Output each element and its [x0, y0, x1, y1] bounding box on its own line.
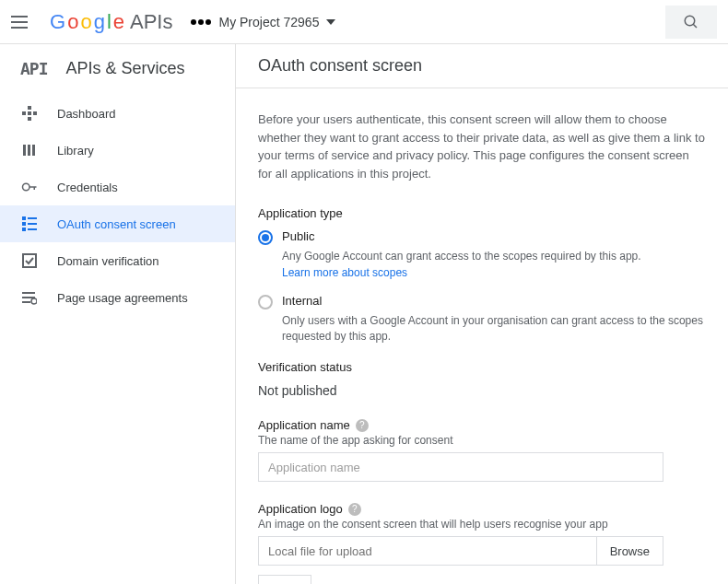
sidebar-item-label: Page usage agreements	[57, 291, 188, 305]
google-apis-logo[interactable]: Google APIs	[50, 10, 172, 34]
application-type-label: Application type	[258, 206, 706, 220]
main-content: OAuth consent screen Before your users a…	[236, 44, 728, 584]
svg-rect-13	[22, 216, 26, 220]
sidebar-item-label: Library	[57, 144, 94, 158]
radio-label: Internal	[282, 294, 322, 308]
verification-status-label: Verification status	[258, 360, 706, 374]
sidebar-item-label: Domain verification	[57, 254, 159, 268]
application-logo-label: Application logo ?	[258, 502, 706, 516]
radio-internal-input[interactable]	[258, 295, 273, 310]
page-title: OAuth consent screen	[258, 56, 422, 76]
svg-point-0	[685, 16, 695, 26]
check-icon	[20, 251, 39, 270]
key-icon	[20, 178, 39, 196]
sidebar-item-oauth-consent[interactable]: OAuth consent screen	[0, 205, 235, 242]
radio-public-input[interactable]	[258, 230, 273, 245]
intro-text: Before your users authenticate, this con…	[258, 111, 706, 182]
project-name: My Project 72965	[218, 15, 319, 29]
svg-line-1	[693, 24, 697, 28]
radio-label: Public	[282, 229, 314, 243]
application-name-label: Application name ?	[258, 418, 706, 432]
svg-rect-6	[28, 117, 31, 121]
svg-rect-15	[22, 222, 26, 226]
svg-rect-18	[28, 228, 37, 230]
svg-rect-14	[28, 217, 37, 219]
verification-status-value: Not published	[258, 383, 706, 398]
svg-rect-3	[22, 111, 26, 115]
field-label-text: Application name	[258, 418, 350, 432]
svg-rect-16	[28, 223, 37, 225]
search-icon	[683, 14, 699, 30]
logo-preview	[258, 575, 311, 584]
svg-rect-9	[32, 145, 35, 156]
sidebar: API APIs & Services Dashboard Library Cr…	[0, 44, 236, 584]
svg-rect-7	[23, 145, 26, 156]
search-button[interactable]	[665, 6, 717, 39]
svg-rect-5	[33, 111, 37, 115]
field-label-text: Application logo	[258, 502, 343, 516]
sidebar-title: APIs & Services	[66, 59, 185, 78]
top-bar: Google APIs My Project 72965	[0, 0, 728, 44]
sidebar-item-label: Dashboard	[57, 107, 116, 121]
svg-rect-2	[28, 106, 31, 110]
help-icon[interactable]: ?	[348, 503, 361, 516]
hamburger-menu-icon[interactable]	[11, 11, 33, 33]
chevron-down-icon	[326, 19, 335, 25]
content-header: OAuth consent screen	[236, 44, 728, 88]
project-picker[interactable]: My Project 72965	[191, 15, 335, 29]
svg-rect-19	[23, 254, 36, 267]
scopes-link[interactable]: Learn more about scopes	[282, 266, 706, 279]
browse-button[interactable]: Browse	[596, 536, 663, 566]
sidebar-item-label: OAuth consent screen	[57, 217, 176, 231]
application-logo-input[interactable]	[258, 536, 596, 566]
svg-rect-17	[22, 228, 26, 231]
svg-rect-4	[28, 111, 31, 115]
radio-public[interactable]: Public	[258, 229, 706, 245]
dashboard-icon	[20, 104, 39, 123]
sidebar-item-library[interactable]: Library	[0, 132, 235, 169]
consent-screen-icon	[20, 215, 39, 233]
project-icon	[191, 19, 211, 25]
svg-point-10	[23, 183, 30, 191]
field-hint: The name of the app asking for consent	[258, 434, 706, 447]
svg-rect-8	[28, 145, 30, 156]
svg-rect-22	[22, 301, 30, 303]
apis-label: APIs	[130, 10, 172, 34]
sidebar-item-dashboard[interactable]: Dashboard	[0, 95, 235, 132]
field-hint: An image on the consent screen that will…	[258, 518, 706, 531]
radio-description: Only users with a Google Account in your…	[282, 313, 706, 345]
application-name-input[interactable]	[258, 452, 663, 482]
sidebar-item-credentials[interactable]: Credentials	[0, 169, 235, 205]
library-icon	[20, 141, 39, 159]
radio-internal[interactable]: Internal	[258, 294, 706, 310]
radio-description: Any Google Account can grant access to t…	[282, 249, 706, 264]
svg-rect-20	[22, 292, 35, 294]
api-logo-icon: API	[20, 59, 48, 78]
sidebar-header[interactable]: API APIs & Services	[0, 55, 235, 95]
help-icon[interactable]: ?	[356, 419, 369, 432]
svg-point-23	[31, 298, 37, 304]
settings-list-icon	[20, 288, 39, 307]
sidebar-item-domain-verification[interactable]: Domain verification	[0, 242, 235, 279]
sidebar-item-page-usage[interactable]: Page usage agreements	[0, 279, 235, 316]
sidebar-item-label: Credentials	[57, 181, 118, 194]
